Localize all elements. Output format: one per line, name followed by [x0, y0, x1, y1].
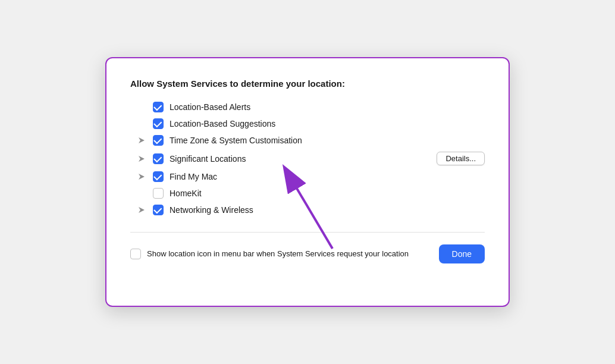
dialog-title: Allow System Services to determine your … — [130, 77, 485, 90]
checkbox-significant-locations[interactable] — [153, 153, 164, 164]
list-item: Location-Based Alerts — [136, 102, 485, 112]
label-find-my-mac: Find My Mac — [170, 172, 485, 181]
details-button[interactable]: Details... — [437, 152, 485, 165]
label-timezone: Time Zone & System Customisation — [170, 136, 485, 145]
bottom-section: Show location icon in menu bar when Syst… — [130, 232, 485, 263]
show-location-row: Show location icon in menu bar when Syst… — [130, 249, 429, 259]
location-arrow-icon — [136, 206, 147, 214]
location-arrow-icon — [136, 155, 147, 163]
list-item: HomeKit — [136, 188, 485, 199]
checkbox-find-my-mac[interactable] — [153, 171, 164, 182]
list-item: Networking & Wireless — [136, 205, 485, 215]
checkbox-location-suggestions[interactable] — [153, 118, 164, 129]
label-location-suggestions: Location-Based Suggestions — [170, 119, 485, 128]
list-item: Time Zone & System Customisation — [136, 135, 485, 146]
label-significant-locations: Significant Locations — [170, 154, 427, 164]
system-services-dialog: Allow System Services to determine your … — [105, 57, 510, 307]
label-location-alerts: Location-Based Alerts — [170, 102, 485, 112]
checkbox-location-alerts[interactable] — [153, 102, 164, 112]
label-homekit: HomeKit — [170, 189, 485, 198]
service-list: Location-Based Alerts Location-Based Sug… — [136, 102, 485, 215]
checkbox-networking[interactable] — [153, 205, 164, 215]
list-item: Significant Locations Details... — [136, 152, 485, 165]
location-arrow-icon — [136, 172, 147, 181]
checkbox-homekit[interactable] — [153, 188, 164, 199]
show-location-label: Show location icon in menu bar when Syst… — [147, 249, 409, 259]
list-item: Find My Mac — [136, 171, 485, 182]
label-networking: Networking & Wireless — [170, 205, 485, 215]
location-arrow-icon — [136, 136, 147, 145]
checkbox-timezone[interactable] — [153, 135, 164, 146]
checkbox-show-location[interactable] — [130, 249, 141, 259]
list-item: Location-Based Suggestions — [136, 118, 485, 129]
done-button[interactable]: Done — [439, 244, 485, 263]
